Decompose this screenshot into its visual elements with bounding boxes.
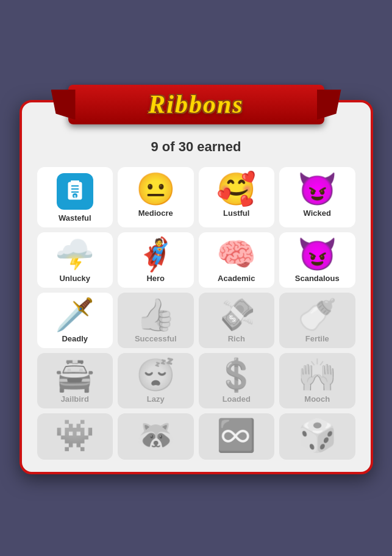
hero-label: Hero [146,274,165,283]
ribbon-item-scandalous: 😈Scandalous [279,232,355,288]
academic-label: Academic [218,274,255,283]
scandalous-label: Scandalous [295,274,340,283]
row5col4-emoji: 🎲 [298,419,337,451]
earned-count: 9 of 30 earned [34,139,358,155]
ribbon-item-deadly: 🗡️Deadly [37,293,113,348]
hero-emoji: 🦸 [136,238,176,270]
lazy-label: Lazy [147,394,165,404]
ribbon-item-row5col3: ♾️ [199,413,275,460]
ribbon-item-lazy: 😴Lazy [118,353,194,408]
modal-wrapper: Ribbons 9 of 30 earned $ Wasteful😐Medioc… [20,100,373,474]
lustful-label: Lustful [223,208,249,218]
ribbon-item-loaded: 💲Loaded [199,353,275,408]
ribbon-item-wasteful: $ Wasteful [37,167,113,227]
loaded-emoji: 💲 [216,359,256,391]
deadly-label: Deadly [62,334,88,343]
row5col3-emoji: ♾️ [216,419,256,451]
svg-rect-1 [71,180,79,184]
ribbon-item-academic: 🧠Academic [199,232,275,288]
wicked-emoji: 😈 [298,173,337,205]
mediocre-label: Mediocre [138,208,173,218]
lustful-emoji: 🥰 [216,173,256,205]
jailbird-emoji: 🚔 [55,359,94,391]
ribbons-grid: $ Wasteful😐Mediocre🥰Lustful😈Wicked🌩️Unlu… [34,167,358,460]
ribbons-modal: 9 of 30 earned $ Wasteful😐Mediocre🥰Lustf… [20,100,373,474]
fertile-label: Fertile [305,334,329,343]
ribbon-banner: Ribbons [68,77,324,132]
lazy-emoji: 😴 [136,359,176,391]
wasteful-label: Wasteful [59,213,91,223]
jailbird-label: Jailbird [61,394,89,404]
ribbon-item-jailbird: 🚔Jailbird [37,353,113,408]
mediocre-emoji: 😐 [136,173,176,205]
loaded-label: Loaded [223,394,251,404]
academic-emoji: 🧠 [216,238,256,270]
ribbon-item-mooch: 🙌Mooch [279,353,355,408]
ribbon-item-row5col4: 🎲 [279,413,355,460]
row5col1-emoji: 👾 [55,419,94,451]
wicked-label: Wicked [304,208,331,218]
successful-label: Successful [135,334,177,343]
wasteful-icon: $ [57,173,93,210]
ribbon-item-rich: 💸Rich [199,293,275,348]
ribbon-item-row5col2: 🦝 [118,413,194,460]
ribbon-item-unlucky: 🌩️Unlucky [37,232,113,288]
ribbon-item-mediocre: 😐Mediocre [118,167,194,227]
deadly-emoji: 🗡️ [55,299,94,330]
ribbon-item-lustful: 🥰Lustful [199,167,275,227]
scandalous-emoji: 😈 [298,238,337,270]
mooch-label: Mooch [304,394,330,404]
modal-title: Ribbons [148,90,243,119]
svg-text:$: $ [74,194,76,199]
unlucky-emoji: 🌩️ [55,238,94,270]
rich-label: Rich [228,334,245,343]
ribbon-item-row5col1: 👾 [37,413,113,460]
unlucky-label: Unlucky [59,274,90,283]
successful-emoji: 👍 [136,299,176,330]
ribbon-item-fertile: 🍼Fertile [279,293,355,348]
ribbon-item-wicked: 😈Wicked [279,167,355,227]
mooch-emoji: 🙌 [298,359,337,391]
ribbon-item-successful: 👍Successful [118,293,194,348]
rich-emoji: 💸 [216,299,256,330]
fertile-emoji: 🍼 [298,299,337,330]
row5col2-emoji: 🦝 [136,419,176,451]
ribbon-item-hero: 🦸Hero [118,232,194,288]
